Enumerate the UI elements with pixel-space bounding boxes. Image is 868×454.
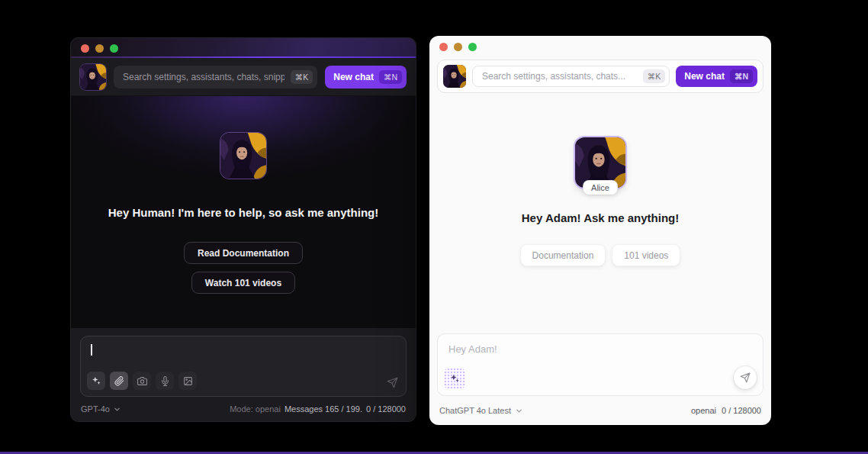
search-shortcut-badge: ⌘K: [291, 70, 313, 84]
close-window-button[interactable]: [81, 44, 89, 53]
sparkles-button[interactable]: [444, 368, 465, 389]
suggestion-buttons: Read Documentation Watch 101 videos: [184, 242, 303, 294]
microphone-button[interactable]: [156, 372, 174, 390]
assistant-avatar-image: [443, 65, 466, 88]
image-icon: [183, 376, 193, 386]
minimize-window-button[interactable]: [454, 43, 462, 51]
search-bar[interactable]: ⌘K: [472, 66, 670, 87]
empty-chat-area: Hey Human! I'm here to help, so ask me a…: [71, 96, 416, 328]
model-selector[interactable]: ChatGPT 4o Latest: [439, 406, 523, 415]
assistant-avatar[interactable]: [80, 64, 106, 90]
model-selector[interactable]: GPT-4o: [81, 404, 121, 414]
chevron-down-icon: [113, 405, 121, 414]
new-chat-button[interactable]: New chat ⌘N: [325, 66, 407, 89]
text-cursor: [91, 344, 92, 356]
status-text: Mode: openai Messages 165 / 199. 0 / 128…: [230, 404, 406, 414]
sparkles-icon: [449, 373, 460, 384]
search-input[interactable]: [481, 70, 638, 82]
empty-chat-area: Alice Hey Adam! Ask me anything! Documen…: [429, 93, 771, 333]
send-button[interactable]: [734, 366, 757, 389]
documentation-button[interactable]: Documentation: [520, 244, 606, 266]
search-shortcut-badge: ⌘K: [643, 69, 666, 83]
model-name: GPT-4o: [81, 404, 110, 414]
composer-footer: ChatGPT 4o Latest openai 0 / 128000: [429, 396, 771, 425]
token-count: 0 / 128000: [722, 406, 761, 415]
mode-label: Mode: openai: [230, 404, 281, 414]
assistant-avatar[interactable]: [443, 65, 466, 88]
app-header: ⌘K New chat ⌘N: [437, 60, 764, 93]
light-theme-window: ⌘K New chat ⌘N Alice Hey Adam! Ask me an…: [429, 36, 771, 425]
camera-icon: [137, 376, 147, 386]
message-input[interactable]: [80, 336, 407, 397]
search-input[interactable]: [121, 71, 286, 83]
assistant-avatar-large: [220, 133, 266, 179]
read-documentation-button[interactable]: Read Documentation: [184, 242, 303, 264]
zoom-window-button[interactable]: [110, 44, 118, 53]
greeting-text: Hey Human! I'm here to help, so ask me a…: [108, 206, 378, 219]
suggestion-buttons: Documentation 101 videos: [520, 244, 681, 266]
composer-section: GPT-4o Mode: openai Messages 165 / 199. …: [71, 328, 416, 421]
chevron-down-icon: [515, 407, 523, 415]
assistant-avatar-group: Alice: [575, 137, 625, 188]
messages-count: Messages 165 / 199.: [285, 404, 362, 414]
message-textarea[interactable]: [447, 342, 754, 368]
send-icon: [740, 372, 751, 383]
new-chat-shortcut-badge: ⌘N: [379, 70, 402, 84]
image-button[interactable]: [178, 372, 197, 390]
101-videos-button[interactable]: 101 videos: [612, 244, 680, 266]
assistant-avatar-image: [80, 64, 106, 90]
titlebar: [71, 38, 416, 58]
minimize-window-button[interactable]: [95, 44, 104, 53]
status-text: openai 0 / 128000: [691, 406, 761, 415]
camera-button[interactable]: [133, 372, 151, 390]
dark-theme-window: ⌘K New chat ⌘N Hey Human! I'm here to he…: [71, 38, 416, 421]
sparkles-button[interactable]: [87, 372, 105, 390]
new-chat-button[interactable]: New chat ⌘N: [676, 66, 757, 87]
message-input[interactable]: [437, 333, 764, 396]
composer-footer: GPT-4o Mode: openai Messages 165 / 199. …: [80, 397, 407, 421]
zoom-window-button[interactable]: [468, 43, 477, 51]
send-button[interactable]: [387, 377, 398, 388]
watch-101-videos-button[interactable]: Watch 101 videos: [191, 272, 295, 294]
send-icon: [387, 377, 398, 388]
app-header: ⌘K New chat ⌘N: [71, 58, 416, 96]
new-chat-shortcut-badge: ⌘N: [730, 69, 753, 83]
provider-label: openai: [691, 406, 716, 415]
assistant-avatar-image: [220, 133, 266, 179]
close-window-button[interactable]: [439, 43, 448, 51]
model-name: ChatGPT 4o Latest: [439, 406, 511, 415]
token-count: 0 / 128000: [366, 404, 406, 414]
sparkles-icon: [91, 375, 101, 386]
composer-toolbar: [87, 372, 197, 390]
microphone-icon: [160, 376, 170, 386]
titlebar: [429, 36, 771, 57]
greeting-text: Hey Adam! Ask me anything!: [522, 211, 679, 224]
window-controls: [439, 43, 477, 51]
search-bar[interactable]: ⌘K: [114, 66, 317, 89]
attach-file-button[interactable]: [110, 372, 128, 390]
assistant-name-badge: Alice: [583, 181, 617, 195]
paperclip-icon: [114, 376, 124, 386]
new-chat-label: New chat: [684, 71, 725, 82]
new-chat-label: New chat: [333, 72, 374, 82]
window-controls: [81, 44, 118, 53]
